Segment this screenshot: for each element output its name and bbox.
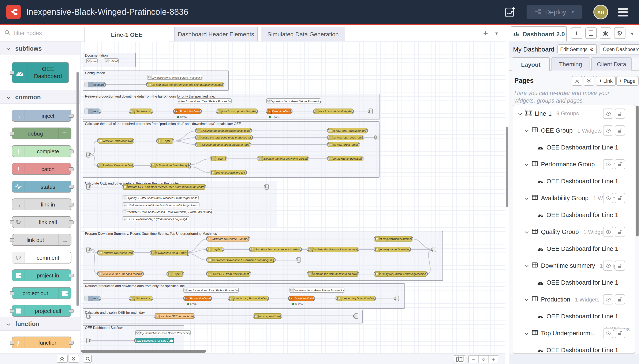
node-port[interactable] [210,171,212,174]
palette-node-function[interactable]: ƒfunction [12,336,71,348]
node-port[interactable] [89,153,91,156]
tab-client-data[interactable]: Client Data [591,58,632,70]
comment-node[interactable]: Quality = Total Good Units Produced / To… [123,195,199,200]
node-port[interactable] [288,297,290,300]
flow-node-change[interactable]: ⇄set flow.target_output [328,142,359,147]
flow-node-linkout[interactable]: → [264,184,269,190]
node-port[interactable] [409,248,411,251]
tree-row-widget[interactable]: OEE Dashboard for Line 1 [513,173,635,190]
flow-node-func[interactable]: ƒCalculate OEE for each machine [98,271,143,276]
flow-node-split[interactable]: ∥split [210,156,226,161]
node-port[interactable] [89,248,91,251]
node-port[interactable] [357,248,359,251]
node-port[interactable] [187,253,189,256]
flow-node-influx[interactable]: ◗DowntimeData [267,108,292,114]
node-port[interactable] [206,248,208,251]
palette-node-link-call[interactable]: ↻link call [12,216,71,228]
node-port[interactable] [10,341,14,344]
node-port[interactable] [251,136,253,139]
add-link-button[interactable]: +Link [596,76,615,86]
node-port[interactable] [216,110,218,113]
node-port[interactable] [97,272,99,275]
node-port[interactable] [431,248,433,251]
node-port[interactable] [225,157,227,160]
node-port[interactable] [89,339,91,342]
node-port[interactable] [167,272,169,275]
info-icon[interactable]: i [571,28,582,39]
node-port[interactable] [362,136,364,139]
inject-button[interactable] [85,296,88,301]
node-port[interactable] [132,164,134,167]
node-port[interactable] [195,129,197,132]
comment-node[interactable]: Key Instructions: Read Before Proceeding [183,288,239,293]
flow-node-sort[interactable]: ⇅Calculate the total produced units toda… [196,128,251,134]
flow-tab[interactable]: Dashboard Header Elements [174,26,258,42]
node-port[interactable] [99,297,101,300]
collapse-all-icon[interactable] [57,355,68,363]
comment-node[interactable]: License [86,58,98,63]
flow-node-join[interactable]: ∪Combine the data back into an array. [308,271,358,276]
deploy-button[interactable]: Deploy ▾ [527,5,582,19]
lock-toggle-button[interactable] [615,260,625,271]
palette-node-debug[interactable]: ≡debug [12,128,71,139]
flow-node-change[interactable]: ⇄Set Recent Downtime & Downtime summery … [207,257,275,263]
flow-node-linkin[interactable]: → [86,184,90,190]
comment-node[interactable]: README [104,58,119,63]
add-flow-button[interactable]: + [481,29,490,38]
flow-node-change[interactable]: ⇄store in msg.ProductionData [229,296,268,301]
flow-node-inject[interactable]: →inject ↻ [85,296,100,301]
node-port[interactable] [195,136,197,139]
tree-row-group[interactable]: OEE Group1 Widgets [513,122,635,139]
node-port[interactable] [352,110,354,113]
canvas-vertical-scrollbar[interactable] [506,127,508,207]
visibility-toggle-button[interactable] [603,126,613,136]
node-port[interactable] [10,220,14,224]
lock-toggle-button[interactable] [615,328,625,338]
inject-button[interactable] [85,109,88,114]
node-port[interactable] [307,272,309,275]
node-port[interactable] [156,139,158,142]
palette-category-subflows[interactable]: subflows [0,42,80,55]
node-port[interactable] [361,157,364,160]
flow-node-change[interactable]: ⇄set flow.total_downtime [328,156,363,161]
lock-toggle-button[interactable] [615,159,625,169]
node-port[interactable] [264,186,266,188]
node-port[interactable] [99,110,101,113]
flow-node-change[interactable]: ⇄set msg.recentDowntime [375,246,410,252]
search-flows-button[interactable] [84,355,92,363]
visibility-toggle-button[interactable] [603,294,613,304]
flow-node-linkout[interactable]: → [369,108,373,114]
flow-group[interactable]: Retrieve production and downtime data fr… [83,94,380,120]
node-port[interactable] [273,258,275,262]
node-port[interactable] [69,114,74,118]
node-port[interactable] [129,297,131,300]
node-port[interactable] [69,274,74,278]
palette-node-link-in[interactable]: →link in [12,198,71,210]
comment-node[interactable]: Key Instructions: Read Before Proceeding [135,330,191,335]
node-port[interactable] [267,297,269,300]
visibility-toggle-button[interactable] [603,227,613,237]
flow-node-change[interactable]: ⇄Retrieve Production Data [98,138,134,144]
comment-node[interactable]: Key Instructions: Read Before Proceeding [289,288,345,293]
chevron-down-icon[interactable] [524,195,529,202]
sidebar-scrollbar[interactable] [636,106,638,236]
flow-node-sort[interactable]: ⇅Sort OEE from worst to best [207,271,250,276]
node-port[interactable] [195,143,197,146]
user-avatar[interactable]: su [593,5,608,20]
node-port[interactable] [206,272,208,275]
node-port[interactable] [89,314,91,318]
collapse-all-icon[interactable] [572,76,582,86]
flow-list-caret-icon[interactable]: ▾ [495,30,498,36]
flow-node-change[interactable]: ⇄set flow.total_good_units [328,135,364,140]
palette-node-project-in[interactable]: project in [12,270,71,281]
comment-node[interactable]: Performance = Total Produced Units / Tot… [123,202,199,207]
flow-node-change[interactable]: ⇄set msg.downtimeSummery [375,236,413,242]
node-port[interactable] [206,258,208,262]
palette-node-catch[interactable]: !catch [12,163,71,175]
node-port[interactable] [10,291,14,295]
palette-node-project-out[interactable]: project out [12,287,71,299]
flow-canvas[interactable]: DocumentationLicenseREADMEConfigurationK… [80,42,505,353]
node-port[interactable] [266,110,268,113]
flow-node-change[interactable]: ⇄set msg.oeeTrend [253,313,281,319]
ai-assistant-icon[interactable] [504,6,517,19]
